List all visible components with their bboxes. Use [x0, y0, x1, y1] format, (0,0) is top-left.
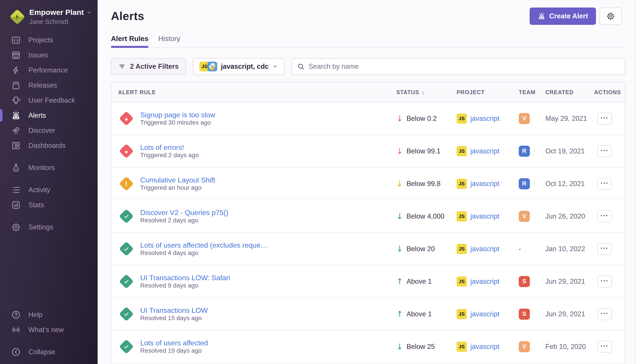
alert-rule-subtitle: Resolved 4 days ago [140, 250, 198, 256]
javascript-icon: JS [457, 276, 467, 287]
column-header-actions[interactable]: Actions [594, 89, 625, 96]
filter-icon [119, 63, 126, 70]
alert-rule-link[interactable]: Signup page is too slow [140, 111, 215, 119]
project-link[interactable]: javascript [470, 310, 499, 318]
scrollbar[interactable] [635, 0, 639, 364]
chevron-down-icon [87, 10, 92, 15]
trend-up-icon: ↑ [396, 278, 403, 286]
status-threshold: Below 99.8 [407, 180, 440, 188]
monitors-icon [11, 163, 21, 173]
sidebar-item-settings[interactable]: Settings [0, 220, 98, 235]
team-avatar: S [519, 308, 530, 320]
help-icon [11, 310, 21, 320]
lightning-bolt-icon [14, 13, 21, 20]
alert-rule-link[interactable]: Cumulative Layout Shift [140, 176, 215, 184]
sidebar-item-label: Dashboards [29, 142, 66, 150]
sidebar-item-performance[interactable]: Performance [0, 63, 98, 78]
whats-new-icon [11, 325, 21, 335]
sidebar-item-whats-new[interactable]: What's new [0, 322, 98, 338]
column-header-created[interactable]: Created [545, 89, 594, 96]
row-actions-button[interactable]: ··· [597, 210, 612, 222]
project-link[interactable]: javascript [470, 245, 499, 253]
created-date: Jan 10, 2022 [545, 245, 594, 253]
critical-status-icon [118, 143, 134, 160]
row-actions-button[interactable]: ··· [597, 308, 612, 320]
sidebar-item-stats[interactable]: Stats [0, 198, 98, 212]
sidebar-item-discover[interactable]: Discover [0, 123, 98, 138]
org-switcher[interactable]: Empower Plant Jane Schmidt [0, 0, 98, 26]
project-link[interactable]: javascript [470, 147, 499, 155]
column-label: Alert Rule [118, 89, 156, 96]
alert-rule-link[interactable]: Lots of users affected (excludes reque… [140, 241, 267, 250]
project-link[interactable]: javascript [470, 180, 499, 188]
team-avatar: S [519, 276, 530, 287]
created-date: Jun 26, 2020 [545, 212, 594, 220]
created-date: Jun 29, 2021 [545, 278, 594, 286]
project-link[interactable]: javascript [470, 212, 499, 220]
javascript-icon: JS [457, 146, 467, 156]
search-input[interactable] [309, 62, 619, 70]
active-filters-label: 2 Active Filters [130, 62, 179, 70]
tab-alert-rules[interactable]: Alert Rules [111, 35, 148, 48]
project-selector[interactable]: JS javascript, cdc [193, 58, 284, 75]
sidebar-item-monitors[interactable]: Monitors [0, 160, 98, 175]
alert-rule-link[interactable]: UI Transactions LOW: Safari [140, 274, 230, 282]
row-actions-button[interactable]: ··· [597, 243, 612, 255]
alert-settings-button[interactable] [599, 8, 622, 25]
alert-rule-subtitle: Triggered 30 minutes ago [140, 119, 211, 126]
table-row: Signup page is too slow Triggered 30 min… [111, 102, 625, 135]
sidebar-item-user-feedback[interactable]: User Feedback [0, 93, 98, 108]
alert-rule-link[interactable]: UI Transactions LOW [140, 306, 208, 314]
row-actions-button[interactable]: ··· [597, 178, 612, 190]
sidebar-item-label: Activity [29, 186, 50, 194]
stats-icon [11, 200, 21, 210]
alert-rule-subtitle: Resolved 2 days ago [140, 217, 198, 224]
project-selector-label: javascript, cdc [221, 62, 268, 70]
project-link[interactable]: javascript [470, 278, 499, 286]
column-header-alert-rule[interactable]: Alert Rule [111, 89, 396, 96]
created-date: Feb 10, 2020 [545, 343, 594, 351]
alert-rule-link[interactable]: Lots of errors! [140, 144, 199, 152]
sidebar-item-releases[interactable]: Releases [0, 78, 98, 93]
sidebar-item-dashboards[interactable]: Dashboards [0, 138, 98, 153]
resolved-status-icon [118, 273, 134, 290]
sidebar-item-activity[interactable]: Activity [0, 182, 98, 198]
row-actions-button[interactable]: ··· [597, 112, 612, 124]
status-threshold: Below 4,000 [407, 212, 444, 220]
column-header-status[interactable]: Status↓ [396, 89, 457, 96]
row-actions-button[interactable]: ··· [597, 145, 612, 157]
column-label: Status [396, 89, 419, 96]
alert-rule-link[interactable]: Discover V2 - Queries p75() [140, 208, 228, 217]
sidebar-item-projects[interactable]: Projects [0, 32, 98, 48]
sidebar-nav-group: ActivityStats [0, 182, 98, 212]
column-header-project[interactable]: Project [457, 89, 519, 96]
tab-history[interactable]: History [158, 35, 180, 48]
project-link[interactable]: javascript [470, 114, 499, 122]
created-date: Oct 19, 2021 [545, 147, 594, 155]
alert-rule-link[interactable]: Lots of users affected [140, 339, 208, 347]
row-actions-button[interactable]: ··· [597, 341, 612, 353]
user-feedback-icon [11, 96, 21, 105]
sidebar-item-issues[interactable]: Issues [0, 48, 98, 63]
sidebar-item-label: Help [29, 311, 43, 319]
create-alert-button[interactable]: Create Alert [530, 8, 596, 25]
active-filters-button[interactable]: 2 Active Filters [111, 58, 186, 75]
sidebar-nav-group: Collapse [0, 344, 98, 360]
team-avatar: V [519, 211, 530, 222]
project-link[interactable]: javascript [470, 343, 499, 351]
resolved-status-icon [118, 241, 134, 257]
sidebar-item-label: Releases [29, 81, 57, 89]
created-date: Oct 12, 2021 [545, 180, 594, 188]
sidebar-item-alerts[interactable]: Alerts [0, 108, 98, 123]
column-header-team[interactable]: Team [519, 89, 545, 96]
gear-icon [606, 12, 615, 20]
status-threshold: Above 1 [407, 278, 432, 286]
status-threshold: Below 20 [407, 245, 435, 253]
row-actions-button[interactable]: ··· [597, 276, 612, 288]
critical-status-icon [118, 110, 134, 127]
status-threshold: Below 25 [407, 343, 435, 351]
python-icon [207, 62, 217, 72]
sidebar-item-help[interactable]: Help [0, 307, 98, 322]
releases-icon [11, 80, 21, 90]
sidebar-item-collapse[interactable]: Collapse [0, 344, 98, 360]
